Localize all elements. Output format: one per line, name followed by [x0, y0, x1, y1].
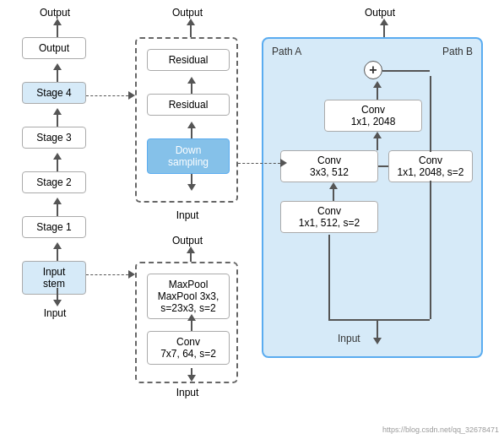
- arrow-head: [187, 77, 196, 84]
- stage1-box: Stage 1: [22, 216, 86, 238]
- arrow3: [53, 153, 62, 171]
- arrow-line: [333, 189, 334, 201]
- plus-circle: +: [364, 61, 382, 79]
- arrow5: [53, 242, 62, 261]
- stage3-box: Stage 3: [22, 127, 86, 149]
- path-b-line-down: [430, 181, 431, 319]
- inner-arrow4: [187, 314, 196, 331]
- conv1x1-2048-s2-box: Conv1x1, 2048, s=2: [388, 150, 473, 182]
- arrow-head: [187, 19, 195, 25]
- arrow-head: [187, 184, 196, 191]
- arrow-head: [53, 198, 62, 204]
- maxpool-box: MaxPoolMaxPool 3x3, s=23x3, s=2: [147, 274, 230, 319]
- stem-to-lower-arrow: [86, 270, 135, 279]
- watermark: https://blog.csdn.net/qq_32678471: [382, 425, 499, 434]
- arrow-head: [53, 19, 62, 25]
- h-dashed-line: [86, 95, 128, 96]
- inner-arrow5: [187, 368, 196, 382]
- residual1-box: Residual: [147, 49, 230, 71]
- inner-arrow1: [187, 77, 196, 94]
- arrow-out-top: [53, 19, 62, 37]
- arrow-head: [373, 81, 382, 88]
- path-a-label: Path A: [272, 46, 301, 57]
- arrow-line: [383, 25, 385, 37]
- mid-top-arrow-out: [187, 19, 195, 37]
- arrow-head: [187, 122, 196, 128]
- path-a-right-line: [378, 165, 388, 167]
- arrow-line: [377, 319, 378, 338]
- arrow-head: [329, 182, 338, 189]
- mid-top-output-label: Output: [145, 7, 230, 19]
- right-inner-arrow1: [373, 81, 382, 100]
- h-dashed-line: [238, 163, 280, 164]
- inner-arrow3: [187, 174, 196, 191]
- arrow-line: [377, 138, 378, 150]
- diagram: Output Output Stage 4 Stage 3 Stage 2 St: [0, 0, 504, 439]
- mid-bot-output-label: Output: [145, 235, 230, 247]
- path-b-h-line-to-plus: [382, 70, 430, 72]
- arrow-head: [373, 132, 382, 138]
- stem-group: MaxPoolMaxPool 3x3, s=23x3, s=2 Conv7x7,…: [135, 262, 238, 383]
- output-box: Output: [22, 37, 86, 59]
- conv7x7-box: Conv7x7, 64, s=2: [147, 331, 230, 365]
- mid-top-input-label: Input: [145, 209, 230, 221]
- arrow-line: [57, 160, 58, 171]
- conv3x3-512-box: Conv3x3, 512: [280, 150, 378, 182]
- residual-group: Residual Residual Downsampling: [135, 37, 238, 203]
- arrow1: [53, 63, 62, 82]
- inner-arrow2: [187, 122, 196, 138]
- right-inner-arrow3: [329, 182, 338, 201]
- arrow-line: [191, 321, 192, 331]
- arrow-line: [191, 174, 192, 184]
- conv1x1-512-box: Conv1x1, 512, s=2: [280, 201, 378, 233]
- arrow-line: [377, 88, 378, 100]
- arrow-line: [57, 249, 58, 261]
- right-output-label: Output: [329, 7, 431, 19]
- right-input-label: Input: [338, 333, 360, 344]
- arrow-line: [57, 288, 58, 300]
- bottom-input-label: Input: [25, 307, 84, 319]
- arrow-head: [380, 19, 388, 25]
- arrow-head: [187, 375, 196, 382]
- right-inner-arrow2: [373, 132, 382, 150]
- residual2-box: Residual: [147, 94, 230, 116]
- h-dashed-line: [86, 274, 128, 275]
- arrow-head: [280, 159, 287, 167]
- path-b-line-up: [430, 76, 431, 152]
- arrow-line: [190, 253, 192, 262]
- mid-bot-arrow-out: [187, 247, 195, 262]
- arrow-head: [187, 247, 195, 253]
- arrow-head: [53, 108, 62, 115]
- arrow-head: [128, 270, 135, 279]
- input-arrow-up: [373, 319, 382, 344]
- arrow-line: [191, 128, 192, 138]
- arrow-line: [57, 204, 58, 216]
- arrow-line: [191, 368, 192, 375]
- conv1x1-2048-box: Conv1x1, 2048: [324, 100, 422, 132]
- arrow-line: [191, 84, 192, 94]
- stage4-to-residual-arrow: [86, 91, 135, 100]
- stage2-box: Stage 2: [22, 171, 86, 193]
- arrow-head: [373, 338, 382, 344]
- mid-bot-input-label: Input: [145, 387, 230, 398]
- path-b-label: Path B: [442, 46, 473, 57]
- arrow6: [53, 288, 62, 306]
- arrow4: [53, 198, 62, 216]
- arrow-head: [53, 300, 62, 306]
- arrow-line: [190, 25, 192, 37]
- arrow2: [53, 108, 62, 127]
- path-a-line-down: [328, 235, 330, 319]
- arrow-head: [128, 91, 135, 100]
- arrow-line: [57, 70, 58, 82]
- right-arrow-out: [380, 19, 388, 37]
- top-output-label: Output: [25, 7, 84, 19]
- path-ab-group: Path A Path B + Conv1x1, 2048 Conv3x3, 5…: [262, 37, 483, 358]
- arrow-head: [53, 63, 62, 70]
- arrow-head: [53, 242, 62, 249]
- stage4-box: Stage 4: [22, 82, 86, 104]
- downsampling-box: Downsampling: [147, 138, 230, 174]
- arrow-line: [57, 115, 58, 127]
- arrow-head: [187, 314, 196, 321]
- arrow-line: [57, 25, 58, 37]
- down-to-right-arrow: [238, 159, 287, 167]
